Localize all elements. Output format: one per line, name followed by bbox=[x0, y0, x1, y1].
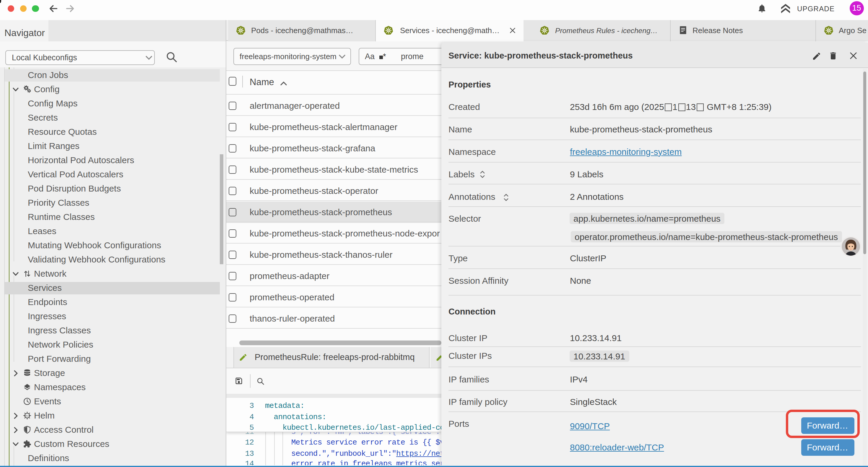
svg-text:HELM: HELM bbox=[24, 414, 30, 417]
